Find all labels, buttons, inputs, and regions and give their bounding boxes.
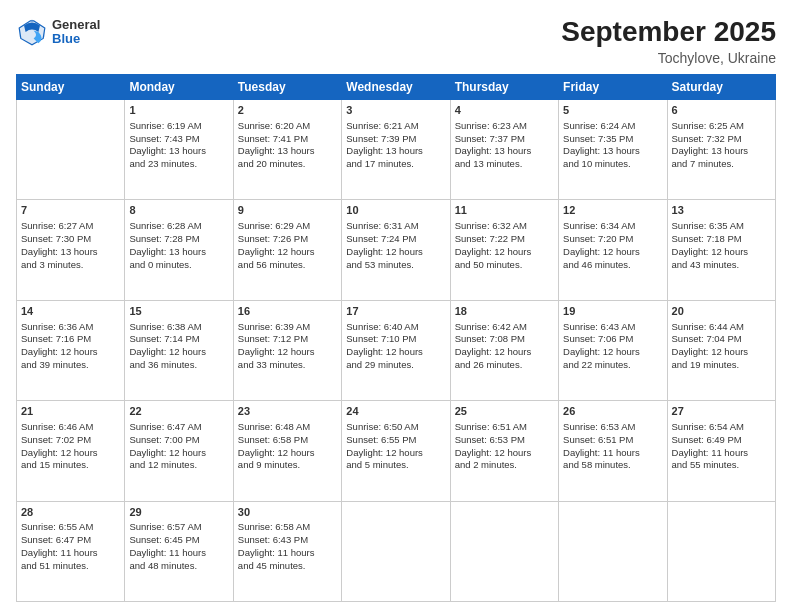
day-info-line: Sunrise: 6:51 AM (455, 421, 554, 434)
logo: General Blue (16, 16, 100, 48)
day-number: 4 (455, 103, 554, 118)
day-info-line: Sunset: 7:22 PM (455, 233, 554, 246)
day-info-line: Sunset: 6:58 PM (238, 434, 337, 447)
calendar-header-row: Sunday Monday Tuesday Wednesday Thursday… (17, 75, 776, 100)
day-info-line: and 53 minutes. (346, 259, 445, 272)
day-info-line: Daylight: 12 hours (21, 447, 120, 460)
table-row: 6Sunrise: 6:25 AMSunset: 7:32 PMDaylight… (667, 100, 775, 200)
day-info-line: Sunset: 6:47 PM (21, 534, 120, 547)
day-info-line: Sunset: 7:18 PM (672, 233, 771, 246)
day-info-line: Sunset: 7:37 PM (455, 133, 554, 146)
day-info-line: Daylight: 12 hours (129, 447, 228, 460)
day-info-line: Sunset: 7:43 PM (129, 133, 228, 146)
table-row: 24Sunrise: 6:50 AMSunset: 6:55 PMDayligh… (342, 401, 450, 501)
col-friday: Friday (559, 75, 667, 100)
day-number: 2 (238, 103, 337, 118)
day-info-line: and 12 minutes. (129, 459, 228, 472)
day-info-line: and 3 minutes. (21, 259, 120, 272)
day-info-line: Daylight: 11 hours (672, 447, 771, 460)
table-row (667, 501, 775, 601)
day-info-line: Sunset: 6:43 PM (238, 534, 337, 547)
day-info-line: and 46 minutes. (563, 259, 662, 272)
table-row: 20Sunrise: 6:44 AMSunset: 7:04 PMDayligh… (667, 300, 775, 400)
table-row: 27Sunrise: 6:54 AMSunset: 6:49 PMDayligh… (667, 401, 775, 501)
calendar-table: Sunday Monday Tuesday Wednesday Thursday… (16, 74, 776, 602)
day-info-line: Daylight: 12 hours (238, 246, 337, 259)
table-row: 19Sunrise: 6:43 AMSunset: 7:06 PMDayligh… (559, 300, 667, 400)
day-info-line: Daylight: 12 hours (129, 346, 228, 359)
day-number: 9 (238, 203, 337, 218)
table-row: 10Sunrise: 6:31 AMSunset: 7:24 PMDayligh… (342, 200, 450, 300)
day-info-line: Daylight: 13 hours (21, 246, 120, 259)
day-info-line: Sunrise: 6:31 AM (346, 220, 445, 233)
col-monday: Monday (125, 75, 233, 100)
day-info-line: and 13 minutes. (455, 158, 554, 171)
col-thursday: Thursday (450, 75, 558, 100)
day-number: 30 (238, 505, 337, 520)
calendar-subtitle: Tochylove, Ukraine (561, 50, 776, 66)
table-row: 1Sunrise: 6:19 AMSunset: 7:43 PMDaylight… (125, 100, 233, 200)
col-sunday: Sunday (17, 75, 125, 100)
day-info-line: and 2 minutes. (455, 459, 554, 472)
page: General Blue September 2025 Tochylove, U… (0, 0, 792, 612)
table-row: 4Sunrise: 6:23 AMSunset: 7:37 PMDaylight… (450, 100, 558, 200)
calendar-week-row: 1Sunrise: 6:19 AMSunset: 7:43 PMDaylight… (17, 100, 776, 200)
day-info-line: Sunset: 7:08 PM (455, 333, 554, 346)
day-info-line: Daylight: 13 hours (563, 145, 662, 158)
day-info-line: Sunrise: 6:44 AM (672, 321, 771, 334)
table-row: 17Sunrise: 6:40 AMSunset: 7:10 PMDayligh… (342, 300, 450, 400)
day-info-line: and 15 minutes. (21, 459, 120, 472)
day-info-line: Daylight: 12 hours (238, 447, 337, 460)
day-info-line: Daylight: 12 hours (563, 346, 662, 359)
day-info-line: and 17 minutes. (346, 158, 445, 171)
day-info-line: and 26 minutes. (455, 359, 554, 372)
day-info-line: Sunset: 7:06 PM (563, 333, 662, 346)
table-row (342, 501, 450, 601)
day-info-line: Sunset: 6:55 PM (346, 434, 445, 447)
day-number: 22 (129, 404, 228, 419)
day-info-line: and 58 minutes. (563, 459, 662, 472)
day-info-line: Daylight: 13 hours (346, 145, 445, 158)
day-number: 23 (238, 404, 337, 419)
day-info-line: Sunset: 7:35 PM (563, 133, 662, 146)
day-info-line: Sunrise: 6:55 AM (21, 521, 120, 534)
day-info-line: Daylight: 11 hours (563, 447, 662, 460)
day-info-line: Sunrise: 6:35 AM (672, 220, 771, 233)
day-info-line: and 50 minutes. (455, 259, 554, 272)
calendar-week-row: 14Sunrise: 6:36 AMSunset: 7:16 PMDayligh… (17, 300, 776, 400)
day-number: 12 (563, 203, 662, 218)
day-info-line: Sunset: 7:20 PM (563, 233, 662, 246)
day-info-line: Sunset: 7:04 PM (672, 333, 771, 346)
day-info-line: Sunrise: 6:54 AM (672, 421, 771, 434)
day-number: 15 (129, 304, 228, 319)
day-info-line: Daylight: 13 hours (672, 145, 771, 158)
logo-blue-text: Blue (52, 32, 100, 46)
logo-icon (16, 16, 48, 48)
day-info-line: Sunset: 7:41 PM (238, 133, 337, 146)
day-info-line: Daylight: 11 hours (238, 547, 337, 560)
day-info-line: Sunrise: 6:27 AM (21, 220, 120, 233)
day-number: 11 (455, 203, 554, 218)
calendar-week-row: 7Sunrise: 6:27 AMSunset: 7:30 PMDaylight… (17, 200, 776, 300)
table-row: 15Sunrise: 6:38 AMSunset: 7:14 PMDayligh… (125, 300, 233, 400)
day-number: 18 (455, 304, 554, 319)
day-number: 20 (672, 304, 771, 319)
day-info-line: Daylight: 12 hours (21, 346, 120, 359)
day-info-line: Sunset: 7:28 PM (129, 233, 228, 246)
table-row: 29Sunrise: 6:57 AMSunset: 6:45 PMDayligh… (125, 501, 233, 601)
day-info-line: Sunset: 6:53 PM (455, 434, 554, 447)
day-info-line: and 48 minutes. (129, 560, 228, 573)
table-row: 28Sunrise: 6:55 AMSunset: 6:47 PMDayligh… (17, 501, 125, 601)
header: General Blue September 2025 Tochylove, U… (16, 16, 776, 66)
day-info-line: and 36 minutes. (129, 359, 228, 372)
day-info-line: Sunset: 7:12 PM (238, 333, 337, 346)
day-info-line: Sunrise: 6:19 AM (129, 120, 228, 133)
day-number: 26 (563, 404, 662, 419)
day-info-line: Sunrise: 6:36 AM (21, 321, 120, 334)
table-row: 26Sunrise: 6:53 AMSunset: 6:51 PMDayligh… (559, 401, 667, 501)
day-number: 21 (21, 404, 120, 419)
table-row: 13Sunrise: 6:35 AMSunset: 7:18 PMDayligh… (667, 200, 775, 300)
table-row: 3Sunrise: 6:21 AMSunset: 7:39 PMDaylight… (342, 100, 450, 200)
day-info-line: Daylight: 13 hours (129, 145, 228, 158)
day-info-line: and 22 minutes. (563, 359, 662, 372)
